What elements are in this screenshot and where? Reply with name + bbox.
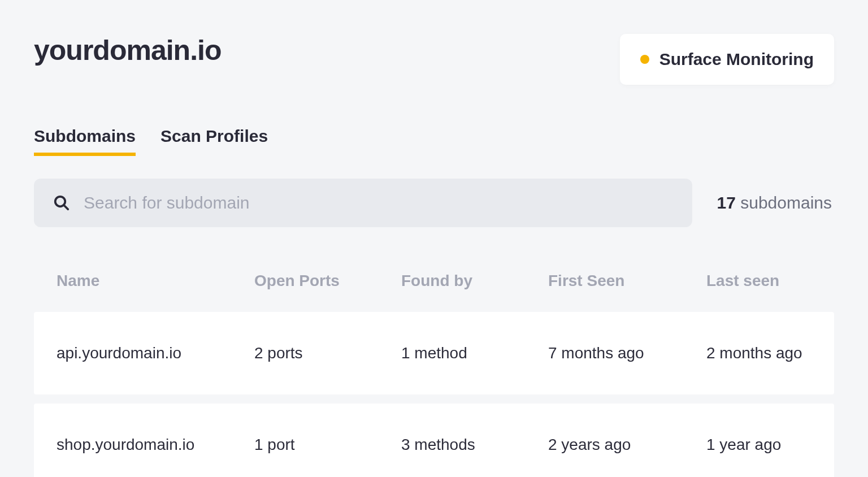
search-icon — [53, 194, 70, 211]
tab-subdomains[interactable]: Subdomains — [34, 127, 136, 156]
status-dot-icon — [640, 55, 649, 64]
table-header: Name Open Ports Found by First Seen Last… — [34, 250, 834, 312]
cell-name: api.yourdomain.io — [57, 344, 254, 362]
cell-last-seen: 2 months ago — [706, 344, 811, 362]
cell-name: shop.yourdomain.io — [57, 436, 254, 454]
cell-first-seen: 7 months ago — [548, 344, 706, 362]
subdomain-count: 17 subdomains — [717, 193, 834, 213]
col-first-seen[interactable]: First Seen — [548, 272, 706, 290]
badge-label: Surface Monitoring — [659, 50, 814, 69]
search-input[interactable] — [84, 193, 673, 213]
cell-first-seen: 2 years ago — [548, 436, 706, 454]
cell-found-by: 3 methods — [401, 436, 548, 454]
page-title: yourdomain.io — [34, 34, 221, 67]
cell-found-by: 1 method — [401, 344, 548, 362]
surface-monitoring-badge[interactable]: Surface Monitoring — [620, 34, 834, 85]
tab-scan-profiles[interactable]: Scan Profiles — [160, 127, 268, 156]
cell-open-ports: 1 port — [254, 436, 401, 454]
cell-last-seen: 1 year ago — [706, 436, 811, 454]
table-row[interactable]: shop.yourdomain.io 1 port 3 methods 2 ye… — [34, 404, 834, 477]
cell-open-ports: 2 ports — [254, 344, 401, 362]
count-label: subdomains — [736, 193, 832, 212]
col-name[interactable]: Name — [57, 272, 254, 290]
subdomains-table: Name Open Ports Found by First Seen Last… — [34, 250, 834, 477]
col-open-ports[interactable]: Open Ports — [254, 272, 401, 290]
col-last-seen[interactable]: Last seen — [706, 272, 811, 290]
tabs: Subdomains Scan Profiles — [34, 127, 834, 156]
search-box[interactable] — [34, 179, 692, 227]
table-row[interactable]: api.yourdomain.io 2 ports 1 method 7 mon… — [34, 312, 834, 394]
svg-line-1 — [64, 205, 68, 210]
count-number: 17 — [717, 193, 736, 212]
col-found-by[interactable]: Found by — [401, 272, 548, 290]
